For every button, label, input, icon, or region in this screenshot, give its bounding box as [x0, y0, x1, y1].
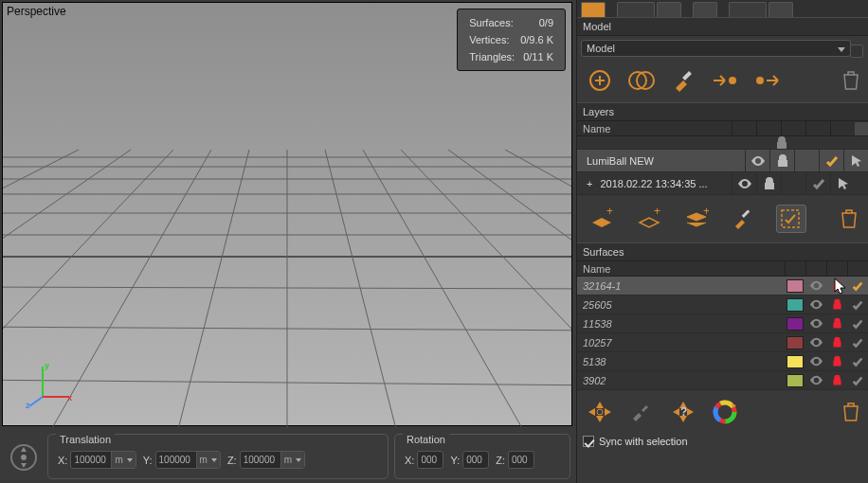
- surface-row[interactable]: 32164-1: [577, 277, 868, 295]
- rotate-x-field[interactable]: [417, 451, 443, 469]
- lock-icon[interactable]: [826, 355, 847, 367]
- surface-row[interactable]: 11538: [577, 314, 868, 333]
- trash-icon[interactable]: [840, 208, 859, 229]
- layer-row[interactable]: LumiBall NEW: [577, 150, 868, 172]
- layers-tools: + + +: [577, 195, 868, 242]
- surface-row[interactable]: 5138: [577, 352, 868, 371]
- surface-row[interactable]: 25605: [577, 295, 868, 314]
- scroll-up-icon[interactable]: [855, 122, 868, 135]
- side-panel: Model Model Layers Name LumiBall NEW +20…: [576, 0, 868, 483]
- sync-checkbox[interactable]: [583, 436, 594, 447]
- surface-help-icon[interactable]: ?: [668, 398, 698, 426]
- check-icon[interactable]: [847, 336, 868, 349]
- check-icon[interactable]: [847, 298, 868, 312]
- svg-point-40: [597, 409, 603, 415]
- add-target-icon[interactable]: [585, 66, 615, 95]
- layer-stack-icon[interactable]: +: [681, 205, 712, 233]
- cursor-icon[interactable]: [836, 176, 851, 191]
- layer-brush-icon[interactable]: [729, 205, 759, 233]
- eye-icon[interactable]: [750, 153, 766, 169]
- panel-tab-5[interactable]: [729, 2, 767, 17]
- eye-icon[interactable]: [805, 335, 826, 349]
- lock-icon[interactable]: [826, 317, 847, 330]
- panel-tab-4[interactable]: [693, 2, 717, 17]
- color-swatch[interactable]: [787, 279, 804, 293]
- check-icon[interactable]: [847, 374, 868, 387]
- surfaces-tools: ?: [577, 390, 868, 434]
- trash-icon[interactable]: [841, 70, 860, 91]
- color-swatch[interactable]: [787, 336, 804, 349]
- surfaces-section-header: Surfaces: [577, 242, 868, 261]
- layer-add-outline-icon[interactable]: +: [634, 205, 664, 233]
- surface-target-icon[interactable]: [585, 398, 615, 426]
- viewport-stats: Surfaces:0/9 Vertices:0/9.6 K Triangles:…: [457, 9, 566, 71]
- svg-rect-39: [782, 210, 799, 227]
- lock-icon[interactable]: [826, 336, 847, 349]
- color-swatch[interactable]: [787, 317, 804, 331]
- unit-dropdown[interactable]: m: [111, 452, 135, 468]
- check-icon[interactable]: [847, 355, 868, 368]
- surface-brush-icon[interactable]: [626, 398, 657, 426]
- trash-icon[interactable]: [841, 402, 860, 422]
- svg-point-34: [756, 77, 764, 84]
- target-multi-icon[interactable]: [626, 66, 657, 95]
- surface-colorwheel-icon[interactable]: [710, 398, 740, 426]
- svg-line-17: [41, 150, 211, 427]
- transform-mode-icon[interactable]: [8, 441, 40, 474]
- translate-x-field[interactable]: m: [70, 451, 136, 469]
- lock-icon[interactable]: [826, 279, 847, 292]
- svg-text:?: ?: [680, 405, 687, 419]
- translate-y-field[interactable]: m: [155, 451, 221, 469]
- rotation-group: Rotation X: Y: Z:: [394, 434, 570, 479]
- color-swatch[interactable]: [787, 298, 804, 312]
- eye-icon[interactable]: [805, 278, 826, 293]
- layers-list: LumiBall NEW +2018.02.22 13:34:35 ...: [577, 136, 868, 195]
- layer-row[interactable]: +2018.02.22 13:34:35 ...: [577, 172, 868, 195]
- panel-tab-3[interactable]: [657, 2, 681, 17]
- lock-icon[interactable]: [762, 176, 777, 191]
- brush-icon[interactable]: [668, 66, 698, 95]
- surface-name: 32164-1: [577, 280, 785, 292]
- surface-name: 10257: [577, 337, 785, 349]
- svg-point-28: [21, 455, 27, 460]
- color-swatch[interactable]: [787, 374, 804, 387]
- svg-line-18: [3, 150, 173, 427]
- model-dropdown[interactable]: Model: [581, 40, 851, 57]
- eye-icon[interactable]: [805, 373, 826, 387]
- eye-icon[interactable]: [805, 354, 826, 368]
- eye-icon[interactable]: [805, 297, 826, 312]
- surface-row[interactable]: 3902: [577, 371, 868, 390]
- lock-icon[interactable]: [826, 374, 847, 386]
- eye-icon[interactable]: [805, 316, 826, 331]
- cursor-icon[interactable]: [849, 153, 864, 169]
- panel-tab-6[interactable]: [769, 2, 793, 17]
- panel-tab-active[interactable]: [581, 2, 606, 17]
- arrow-out-icon[interactable]: [751, 66, 782, 95]
- check-icon[interactable]: [824, 153, 840, 169]
- layer-add-icon[interactable]: +: [587, 205, 617, 233]
- check-icon[interactable]: [811, 176, 826, 191]
- eye-icon[interactable]: [737, 176, 752, 191]
- expander-icon[interactable]: +: [587, 178, 592, 189]
- arrow-in-icon[interactable]: [710, 66, 740, 95]
- check-icon[interactable]: [847, 279, 868, 293]
- lock-icon[interactable]: [826, 298, 847, 311]
- model-section-header: Model: [577, 17, 868, 36]
- surfaces-columns: Name: [577, 261, 868, 277]
- check-icon[interactable]: [847, 317, 868, 331]
- rotate-z-field[interactable]: [508, 451, 534, 469]
- surface-row[interactable]: 10257: [577, 333, 868, 352]
- unit-dropdown[interactable]: m: [196, 452, 220, 468]
- layer-row-top[interactable]: [577, 136, 868, 150]
- viewport-3d[interactable]: Perspective: [2, 2, 572, 426]
- layer-select-icon[interactable]: [776, 205, 806, 233]
- panel-tab-2[interactable]: [617, 2, 655, 17]
- color-swatch[interactable]: [787, 355, 804, 368]
- lock-icon[interactable]: [775, 153, 790, 169]
- rotate-y-field[interactable]: [462, 451, 489, 469]
- unit-dropdown[interactable]: m: [280, 452, 304, 468]
- surface-name: 25605: [577, 299, 785, 311]
- translate-z-field[interactable]: m: [240, 451, 305, 469]
- svg-point-33: [729, 77, 736, 84]
- layer-label: 2018.02.22 13:34:35 ...: [600, 178, 707, 189]
